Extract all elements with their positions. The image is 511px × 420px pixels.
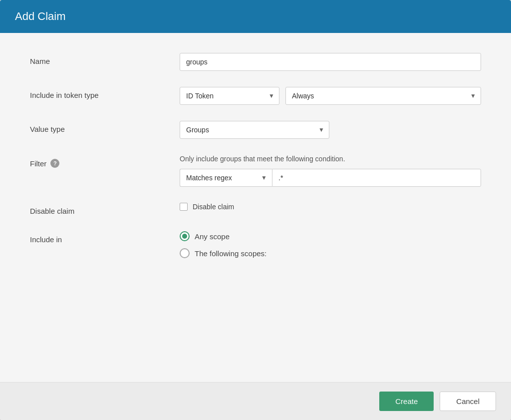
name-field-wrapper (180, 53, 481, 71)
cancel-button[interactable]: Cancel (440, 392, 496, 411)
name-label: Name (30, 53, 180, 65)
include-in-row: Include in Any scope The following scope… (30, 231, 481, 258)
include-in-control: Any scope The following scopes: (180, 231, 481, 258)
token-type-select-group: ID Token Access Token Userinfo ▼ Always … (180, 87, 481, 105)
disable-claim-control: Disable claim (180, 203, 481, 211)
scope-radio-group: Any scope The following scopes: (180, 231, 481, 258)
value-type-control: Groups User Attribute Custom ▼ (180, 121, 481, 139)
filter-control: Only include groups that meet the follow… (180, 155, 481, 187)
disable-claim-row: Disable claim Disable claim (30, 203, 481, 215)
value-type-select-wrapper: Groups User Attribute Custom ▼ (180, 121, 329, 139)
disable-claim-label: Disable claim (30, 203, 180, 215)
any-scope-radio-row[interactable]: Any scope (180, 231, 481, 241)
filter-condition-select[interactable]: Matches regex Equals Starts with Ends wi… (180, 169, 272, 187)
dialog-title: Add Claim (15, 10, 496, 23)
filter-inputs: Matches regex Equals Starts with Ends wi… (180, 169, 481, 187)
disable-claim-checkbox[interactable] (180, 203, 188, 211)
token-type-row: Include in token type ID Token Access To… (30, 87, 481, 105)
filter-description: Only include groups that meet the follow… (180, 155, 481, 163)
name-input[interactable] (180, 53, 481, 71)
create-button[interactable]: Create (379, 392, 434, 411)
filter-condition-select-wrapper: Matches regex Equals Starts with Ends wi… (180, 169, 272, 187)
filter-value-input[interactable] (272, 169, 481, 187)
value-type-select[interactable]: Groups User Attribute Custom (180, 121, 329, 139)
following-scopes-radio-row[interactable]: The following scopes: (180, 248, 481, 258)
filter-help-icon[interactable]: ? (50, 159, 59, 168)
disable-claim-checkbox-row: Disable claim (180, 203, 481, 211)
value-type-label: Value type (30, 121, 180, 133)
token-type-controls: ID Token Access Token Userinfo ▼ Always … (180, 87, 481, 105)
following-scopes-radio[interactable] (180, 248, 190, 258)
dialog-body: Name Include in token type ID Token Acce… (0, 33, 511, 382)
value-type-row: Value type Groups User Attribute Custom … (30, 121, 481, 139)
name-row: Name (30, 53, 481, 71)
dialog-footer: Create Cancel (0, 382, 511, 420)
disable-claim-checkbox-label: Disable claim (193, 203, 234, 211)
dialog-header: Add Claim (0, 0, 511, 33)
following-scopes-label: The following scopes: (195, 249, 266, 258)
token-type-select-wrapper: ID Token Access Token Userinfo ▼ (180, 87, 279, 105)
token-frequency-select[interactable]: Always If not null Never (285, 87, 481, 105)
include-in-label: Include in (30, 231, 180, 244)
add-claim-dialog: Add Claim Name Include in token type ID … (0, 0, 511, 420)
token-type-label: Include in token type (30, 87, 180, 99)
filter-row: Filter ? Only include groups that meet t… (30, 155, 481, 187)
token-type-select[interactable]: ID Token Access Token Userinfo (180, 87, 279, 105)
token-frequency-select-wrapper: Always If not null Never ▼ (285, 87, 481, 105)
any-scope-label: Any scope (195, 232, 230, 241)
filter-label: Filter ? (30, 155, 180, 168)
any-scope-radio[interactable] (180, 231, 190, 241)
